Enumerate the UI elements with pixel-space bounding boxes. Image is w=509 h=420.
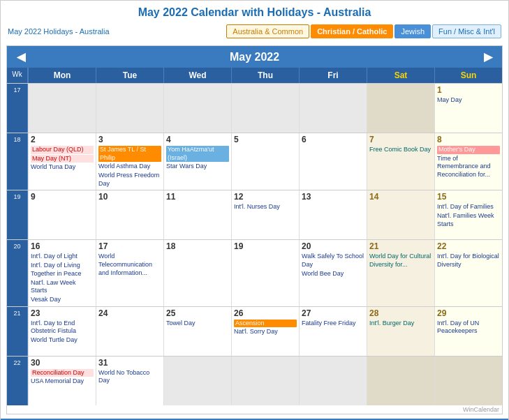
date-17: 17 <box>98 241 161 251</box>
toolbar: May 2022 Holidays - Australia Australia … <box>1 22 508 41</box>
cell-may25: 25 Towel Day <box>163 307 231 356</box>
event-remembrance: Time of Remembrance and Reconciliation f… <box>437 155 500 179</box>
cell-may8: 8 Mother's Day Time of Remembrance and R… <box>434 133 502 190</box>
cell-may18: 18 <box>163 240 231 306</box>
date-6: 6 <box>302 135 364 144</box>
calendar-row-17: 17 1 May Day <box>7 83 502 133</box>
event-turtle-day: World Turtle Day <box>31 336 94 345</box>
cell-empty-r6-7 <box>434 357 502 405</box>
date-16: 16 <box>31 241 94 251</box>
header-thu: Thu <box>231 68 299 83</box>
event-labour-day-qld: Labour Day (QLD) <box>31 146 94 154</box>
next-month-button[interactable]: ▶ <box>484 50 492 63</box>
cell-may7: 7 Free Comic Book Day <box>367 133 434 190</box>
cell-may21: 21 World Day for Cultural Diversity for.… <box>367 240 434 306</box>
cell-may16: 16 Int'l. Day of Light Int'l. Day of Liv… <box>28 240 96 306</box>
cell-may10: 10 <box>96 190 163 239</box>
date-26: 26 <box>234 308 297 318</box>
date-22: 22 <box>437 241 500 251</box>
cell-empty-3 <box>163 84 231 133</box>
tabs-container: Australia & Common Christian / Catholic … <box>226 24 501 38</box>
calendar-row-19: 19 9 10 11 12 Int'l. Nurses Day 13 <box>7 190 502 239</box>
date-3: 3 <box>98 135 161 144</box>
tab-fun[interactable]: Fun / Misc & Int'l <box>432 24 501 38</box>
cell-may12: 12 Int'l. Nurses Day <box>231 190 299 239</box>
event-un-peacekeepers: Int'l. Day of UN Peacekeepers <box>437 320 500 336</box>
cell-empty-r6-5 <box>299 357 367 405</box>
date-9: 9 <box>31 192 94 202</box>
event-world-press: World Press Freedom Day <box>98 172 161 188</box>
cell-empty-1 <box>28 84 96 133</box>
watermark: WinCalendar <box>7 405 502 414</box>
event-yom-haatzma: Yom HaAtzma'ut (Israel) <box>166 146 229 162</box>
cell-may14: 14 <box>367 190 434 239</box>
cell-empty-r6-4 <box>231 357 299 405</box>
date-7: 7 <box>369 135 432 144</box>
calendar-nav: ◀ May 2022 ▶ <box>7 46 502 68</box>
cell-may1: 1 May Day <box>434 84 502 133</box>
header-tue: Tue <box>96 68 163 83</box>
date-12: 12 <box>234 192 297 202</box>
prev-month-button[interactable]: ◀ <box>17 50 25 63</box>
calendar-row-18: 18 2 Labour Day (QLD) May Day (NT) World… <box>7 133 502 190</box>
event-no-tobacco: World No Tobacco Day <box>98 369 161 385</box>
tab-jewish[interactable]: Jewish <box>394 24 431 38</box>
date-29: 29 <box>437 308 500 318</box>
calendar-headers: Wk Mon Tue Wed Thu Fri Sat Sun <box>7 68 502 83</box>
event-towel-day: Towel Day <box>166 320 229 328</box>
cell-empty-r6-3 <box>163 357 231 405</box>
cell-may17: 17 World Telecommunication and Informati… <box>96 240 163 306</box>
event-walk-safely: Walk Safely To School Day <box>302 253 364 269</box>
event-cultural-diversity: World Day for Cultural Diversity for... <box>369 253 432 269</box>
date-21: 21 <box>369 241 432 251</box>
header-fri: Fri <box>299 68 367 83</box>
week-num-19: 19 <box>7 190 28 239</box>
date-8: 8 <box>437 135 500 144</box>
header-sun: Sun <box>434 68 502 83</box>
week-num-20: 20 <box>7 240 28 306</box>
cell-may20: 20 Walk Safely To School Day World Bee D… <box>299 240 367 306</box>
event-usa-memorial: USA Memorial Day <box>31 377 94 386</box>
event-nurses-day: Int'l. Nurses Day <box>234 203 297 211</box>
event-free-comic: Free Comic Book Day <box>369 146 432 154</box>
cell-empty-2 <box>96 84 163 133</box>
tab-australia[interactable]: Australia & Common <box>226 24 309 38</box>
event-end-fistula: Int'l. Day to End Obstetric Fistula <box>31 320 94 336</box>
date-31: 31 <box>98 358 161 368</box>
tab-christian[interactable]: Christian / Catholic <box>311 24 393 38</box>
event-light-day: Int'l. Day of Light <box>31 253 94 261</box>
date-19: 19 <box>234 241 297 251</box>
date-4: 4 <box>166 135 229 144</box>
cell-empty-4 <box>231 84 299 133</box>
event-world-tuna-day: World Tuna Day <box>31 163 94 172</box>
event-burger-day: Int'l. Burger Day <box>369 320 432 328</box>
event-may-day-nt: May Day (NT) <box>31 155 94 163</box>
cell-empty-r6-6 <box>367 357 434 405</box>
cell-may3: 3 St James TL / St Philip World Asthma D… <box>96 133 163 190</box>
page-wrapper: May 2022 Calendar with Holidays - Austra… <box>0 0 509 420</box>
cell-may13: 13 <box>299 190 367 239</box>
event-mothers-day: Mother's Day <box>437 146 500 154</box>
date-23: 23 <box>31 308 94 318</box>
date-28: 28 <box>369 308 432 318</box>
header-sat: Sat <box>367 68 434 83</box>
cell-may26: 26 Ascension Nat'l. Sorry Day <box>231 307 299 356</box>
event-fatality-free: Fatality Free Friday <box>302 320 364 328</box>
header-mon: Mon <box>28 68 96 83</box>
cell-empty-6 <box>367 84 434 133</box>
cell-may29: 29 Int'l. Day of UN Peacekeepers <box>434 307 502 356</box>
cell-may9: 9 <box>28 190 96 239</box>
date-11: 11 <box>166 192 229 202</box>
cell-may5: 5 <box>231 133 299 190</box>
date-18: 18 <box>166 241 229 251</box>
cell-may11: 11 <box>163 190 231 239</box>
event-may-day: May Day <box>437 96 500 105</box>
event-families-week: Nat'l. Families Week Starts <box>437 212 500 228</box>
calendar-month-title: May 2022 <box>230 51 279 63</box>
event-sorry-day: Nat'l. Sorry Day <box>234 328 297 336</box>
event-st-james: St James TL / St Philip <box>98 146 161 162</box>
cell-may24: 24 <box>96 307 163 356</box>
cell-may28: 28 Int'l. Burger Day <box>367 307 434 356</box>
calendar-row-21: 21 23 Int'l. Day to End Obstetric Fistul… <box>7 306 502 356</box>
date-5: 5 <box>234 135 297 144</box>
